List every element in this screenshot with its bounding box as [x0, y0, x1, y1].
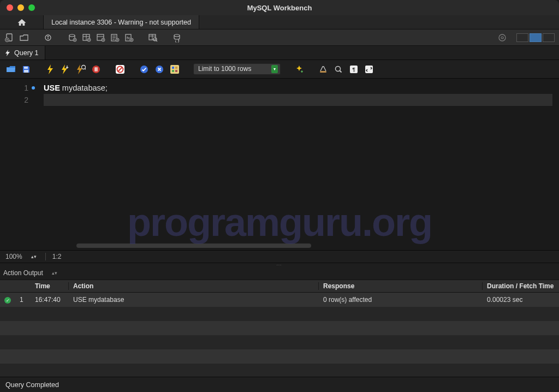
- output-row[interactable]: ✓ 1 16:47:40 USE mydatabase 0 row(s) aff…: [0, 293, 559, 307]
- output-table: Time Action Response Duration / Fetch Ti…: [0, 280, 559, 377]
- main-toolbar: fx: [0, 29, 559, 46]
- create-stored-procedure-button[interactable]: [109, 32, 120, 43]
- new-sql-tab-button[interactable]: [4, 32, 15, 43]
- toggle-autocommit-button[interactable]: [115, 64, 126, 75]
- cell-seq: 1: [15, 296, 31, 304]
- save-file-button[interactable]: [21, 64, 32, 75]
- query-tab-label: Query 1: [14, 49, 38, 57]
- reconnect-button[interactable]: [171, 32, 182, 43]
- sql-keyword: USE: [44, 84, 60, 92]
- svg-point-4: [69, 34, 75, 37]
- cell-duration: 0.00023 sec: [483, 296, 559, 304]
- row-limit-select[interactable]: Limit to 1000 rows ▾: [193, 63, 281, 75]
- svg-rect-20: [24, 67, 28, 69]
- svg-point-36: [336, 66, 341, 71]
- open-file-button[interactable]: [5, 64, 16, 75]
- connection-tabs: Local instance 3306 - Warning - not supp…: [0, 15, 559, 29]
- query-tab-active[interactable]: Query 1: [0, 46, 45, 60]
- cell-time: 16:47:40: [31, 296, 69, 304]
- window-traffic-lights: [7, 4, 35, 11]
- create-table-button[interactable]: [81, 32, 92, 43]
- line-number: 1: [24, 84, 28, 92]
- create-schema-button[interactable]: [67, 32, 78, 43]
- execute-all-button[interactable]: [45, 64, 56, 75]
- toggle-sidebar-button[interactable]: [516, 33, 528, 42]
- connection-tab-label: Local instance 3306 - Warning - not supp…: [51, 19, 191, 26]
- svg-point-19: [501, 37, 503, 39]
- toggle-secondary-sidebar-button[interactable]: [543, 33, 555, 42]
- create-view-button[interactable]: [95, 32, 106, 43]
- query-tabs: Query 1: [0, 46, 559, 60]
- editor-horizontal-scrollbar[interactable]: [76, 243, 311, 248]
- home-icon: [17, 18, 27, 27]
- search-table-data-button[interactable]: [147, 32, 158, 43]
- svg-point-17: [174, 34, 180, 37]
- current-line: [44, 94, 552, 106]
- snippets-button[interactable]: [364, 64, 374, 75]
- titlebar: MySQL Workbench: [0, 0, 559, 15]
- svg-rect-29: [170, 65, 179, 74]
- editor-status-bar: 100% ▴▾ 1:2: [0, 250, 559, 263]
- app-window: MySQL Workbench Local instance 3306 - Wa…: [0, 0, 559, 392]
- svg-rect-31: [175, 67, 177, 69]
- svg-text:¶: ¶: [352, 67, 355, 72]
- create-function-button[interactable]: fx: [123, 32, 134, 43]
- status-text: Query Completed: [5, 381, 59, 389]
- line-number: 2: [24, 96, 28, 104]
- inspector-button[interactable]: [43, 32, 53, 43]
- svg-rect-39: [365, 66, 373, 73]
- toggle-output-panel-button[interactable]: [530, 33, 542, 42]
- th-time[interactable]: Time: [31, 282, 69, 290]
- explain-button[interactable]: [75, 64, 86, 75]
- connection-tab-active[interactable]: Local instance 3306 - Warning - not supp…: [44, 15, 199, 29]
- output-type-dropdown[interactable]: Action Output ▴▾: [3, 269, 57, 277]
- svg-point-18: [499, 34, 506, 41]
- updown-caret-icon: ▴▾: [52, 270, 57, 276]
- th-duration[interactable]: Duration / Fetch Time: [483, 282, 559, 290]
- svg-point-22: [82, 65, 86, 69]
- editor-code-area[interactable]: USE mydatabase;: [33, 79, 559, 250]
- sql-editor[interactable]: 1 2 USE mydatabase; programguru.org: [0, 79, 559, 250]
- svg-rect-24: [97, 67, 98, 72]
- svg-rect-32: [172, 70, 174, 72]
- cell-response: 0 row(s) affected: [319, 296, 483, 304]
- maximize-window-button[interactable]: [28, 4, 35, 11]
- output-panel-header: Action Output ▴▾: [0, 266, 559, 280]
- find-button[interactable]: [318, 64, 329, 75]
- toggle-whitespace-button[interactable]: [169, 64, 180, 75]
- panel-toggle-group: [516, 33, 555, 42]
- cursor-position: 1:2: [52, 253, 62, 260]
- updown-caret-icon[interactable]: ▴▾: [31, 254, 37, 259]
- editor-toolbar: Limit to 1000 rows ▾ ¶: [0, 60, 559, 79]
- svg-text:fx: fx: [127, 35, 130, 40]
- output-rows: ✓ 1 16:47:40 USE mydatabase 0 row(s) aff…: [0, 293, 559, 377]
- execute-current-button[interactable]: [60, 64, 71, 75]
- th-response[interactable]: Response: [319, 282, 483, 290]
- status-ok-icon: ✓: [4, 297, 11, 304]
- output-row-empty: .: [0, 364, 559, 377]
- open-sql-file-button[interactable]: [19, 32, 29, 43]
- toggle-invisible-button[interactable]: [333, 64, 344, 75]
- rollback-button[interactable]: [154, 64, 165, 75]
- output-table-header: Time Action Response Duration / Fetch Ti…: [0, 280, 559, 293]
- home-button[interactable]: [0, 15, 44, 29]
- stop-button[interactable]: [91, 64, 102, 75]
- wrap-button[interactable]: ¶: [348, 64, 359, 75]
- zoom-level[interactable]: 100%: [5, 253, 22, 260]
- minimize-window-button[interactable]: [17, 4, 24, 11]
- output-row-empty: .: [0, 307, 559, 321]
- row-limit-label: Limit to 1000 rows: [198, 65, 251, 73]
- cell-action: USE mydatabase: [69, 296, 319, 304]
- th-action[interactable]: Action: [69, 282, 319, 290]
- dropdown-caret-icon: ▾: [271, 65, 278, 73]
- commit-button[interactable]: [139, 64, 150, 75]
- svg-point-3: [47, 35, 49, 37]
- svg-rect-35: [320, 71, 326, 73]
- svg-rect-30: [172, 67, 174, 69]
- status-bar: Query Completed: [0, 377, 559, 392]
- close-window-button[interactable]: [7, 4, 13, 11]
- svg-rect-33: [175, 70, 177, 72]
- beautify-button[interactable]: [294, 64, 305, 75]
- svg-rect-23: [95, 67, 96, 72]
- settings-gear-icon[interactable]: [497, 32, 508, 43]
